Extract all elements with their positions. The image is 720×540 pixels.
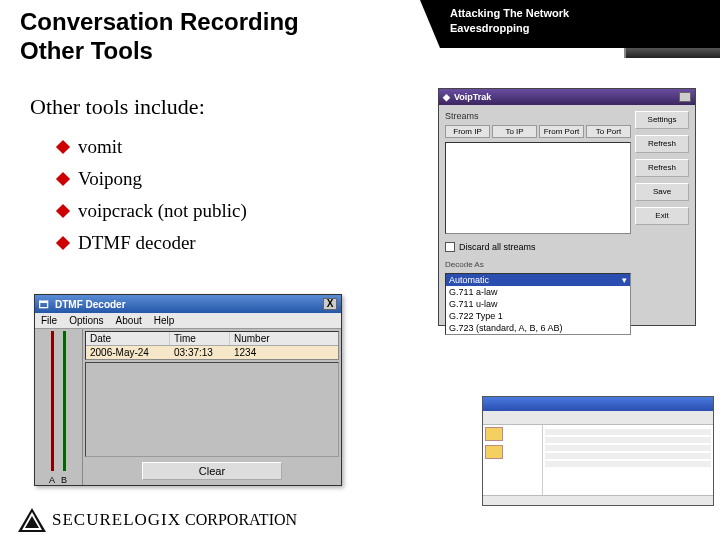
- title-line2: Other Tools: [20, 37, 299, 66]
- col-from-port: From Port: [539, 125, 584, 138]
- bullet-item: Voipong: [58, 168, 247, 190]
- voiptrak-left: Streams From IP To IP From Port To Port …: [445, 111, 631, 335]
- list-item: [545, 429, 711, 435]
- col-from-ip: From IP: [445, 125, 490, 138]
- decode-selected: Automatic ▾: [446, 274, 630, 286]
- bullet-text: Voipong: [78, 168, 142, 190]
- decode-as-label: Decode As: [445, 260, 631, 269]
- bullet-text: vomit: [78, 136, 122, 158]
- checkbox-icon: [445, 242, 455, 252]
- header-band: Attacking The Network Eavesdropping: [440, 0, 720, 48]
- dtmf-title: DTMF Decoder: [55, 299, 126, 310]
- voiptrak-buttons: Settings Refresh Refresh Save Exit: [635, 111, 689, 335]
- refresh-button[interactable]: Refresh: [635, 135, 689, 153]
- dtmf-channel-strip: A B: [35, 329, 83, 485]
- logo-text: SECURELOGIX: [52, 510, 181, 529]
- bullet-icon: [56, 172, 70, 186]
- header-line1: Attacking The Network: [450, 6, 710, 21]
- bullet-item: vomit: [58, 136, 247, 158]
- securelogix-logo: SECURELOGIX CORPORATION: [18, 508, 297, 532]
- dtmf-empty-area: [85, 362, 339, 457]
- bullet-icon: [56, 204, 70, 218]
- save-button[interactable]: Save: [635, 183, 689, 201]
- voiptrak-body: Streams From IP To IP From Port To Port …: [439, 105, 695, 341]
- chevron-down-icon: ▾: [622, 275, 627, 285]
- bullet-text: DTMF decoder: [78, 232, 196, 254]
- streams-list[interactable]: [445, 142, 631, 234]
- folder-icon: [485, 445, 503, 459]
- decode-option[interactable]: G.723 (standard, A, B, 6 AB): [446, 322, 630, 334]
- channel-a-label: A: [49, 475, 55, 485]
- list-item: [545, 437, 711, 443]
- slide-title: Conversation Recording Other Tools: [20, 8, 299, 66]
- refresh-button[interactable]: Refresh: [635, 159, 689, 177]
- decode-option[interactable]: G.711 a-law: [446, 286, 630, 298]
- bullet-text: voipcrack (not public): [78, 200, 247, 222]
- col-date: Date: [86, 332, 170, 345]
- col-to-ip: To IP: [492, 125, 537, 138]
- decode-selected-text: Automatic: [449, 275, 489, 285]
- menu-options[interactable]: Options: [69, 315, 103, 326]
- bullet-item: voipcrack (not public): [58, 200, 247, 222]
- col-to-port: To Port: [586, 125, 631, 138]
- title-line1: Conversation Recording: [20, 8, 299, 37]
- voiptrak-title: VoipTrak: [454, 92, 491, 102]
- settings-button[interactable]: Settings: [635, 111, 689, 129]
- bullet-list: vomit Voipong voipcrack (not public) DTM…: [58, 126, 247, 264]
- ilds-body: [483, 425, 713, 495]
- exit-button[interactable]: Exit: [635, 207, 689, 225]
- list-item: [545, 445, 711, 451]
- menu-help[interactable]: Help: [154, 315, 175, 326]
- slide: Attacking The Network Eavesdropping Conv…: [0, 0, 720, 540]
- header-spine: [624, 48, 720, 58]
- list-item: [545, 461, 711, 467]
- ilds-toolbar: [483, 411, 713, 425]
- bullet-icon: [56, 236, 70, 250]
- menu-about[interactable]: About: [116, 315, 142, 326]
- list-item: [545, 453, 711, 459]
- ilds-tree[interactable]: [483, 425, 543, 495]
- dtmf-table-header: Date Time Number: [86, 332, 338, 346]
- close-icon[interactable]: X: [323, 298, 337, 310]
- app-icon: 🗔: [39, 299, 49, 310]
- header-decor-arrow: [420, 0, 440, 48]
- ilds-window: [482, 396, 714, 506]
- cell-time: 03:37:13: [170, 346, 230, 359]
- folder-icon: [485, 427, 503, 441]
- intro-text: Other tools include:: [30, 94, 205, 120]
- header-line2: Eavesdropping: [450, 21, 710, 36]
- logo-subtext: CORPORATION: [185, 511, 297, 528]
- col-time: Time: [170, 332, 230, 345]
- dtmf-titlebar[interactable]: 🗔 DTMF Decoder X: [35, 295, 341, 313]
- streams-columns: From IP To IP From Port To Port: [445, 125, 631, 138]
- ilds-content[interactable]: [543, 425, 713, 495]
- voiptrak-window: ◆ VoipTrak Streams From IP To IP From Po…: [438, 88, 696, 326]
- logo-text-wrap: SECURELOGIX CORPORATION: [52, 510, 297, 530]
- voiptrak-titlebar[interactable]: ◆ VoipTrak: [439, 89, 695, 105]
- decode-as-select[interactable]: Automatic ▾ G.711 a-law G.711 u-law G.72…: [445, 273, 631, 335]
- cell-date: 2006-May-24: [86, 346, 170, 359]
- bullet-icon: [56, 140, 70, 154]
- decode-option[interactable]: G.711 u-law: [446, 298, 630, 310]
- discard-label: Discard all streams: [459, 242, 536, 252]
- streams-label: Streams: [445, 111, 631, 121]
- ilds-statusbar: [483, 495, 713, 505]
- table-row[interactable]: 2006-May-24 03:37:13 1234: [86, 346, 338, 359]
- channel-b-label: B: [61, 475, 67, 485]
- channel-a-bar: [51, 331, 54, 471]
- clear-button[interactable]: Clear: [142, 462, 282, 480]
- app-icon: ◆: [443, 92, 450, 102]
- dtmf-table: Date Time Number 2006-May-24 03:37:13 12…: [85, 331, 339, 360]
- col-number: Number: [230, 332, 338, 345]
- decode-option[interactable]: G.722 Type 1: [446, 310, 630, 322]
- close-icon[interactable]: [679, 92, 691, 102]
- cell-number: 1234: [230, 346, 338, 359]
- channel-b-bar: [63, 331, 66, 471]
- discard-checkbox[interactable]: Discard all streams: [445, 242, 631, 252]
- dtmf-menubar: File Options About Help: [35, 313, 341, 329]
- menu-file[interactable]: File: [41, 315, 57, 326]
- logo-mark-icon: [18, 508, 46, 532]
- bullet-item: DTMF decoder: [58, 232, 247, 254]
- dtmf-main: Date Time Number 2006-May-24 03:37:13 12…: [83, 329, 341, 485]
- ilds-titlebar[interactable]: [483, 397, 713, 411]
